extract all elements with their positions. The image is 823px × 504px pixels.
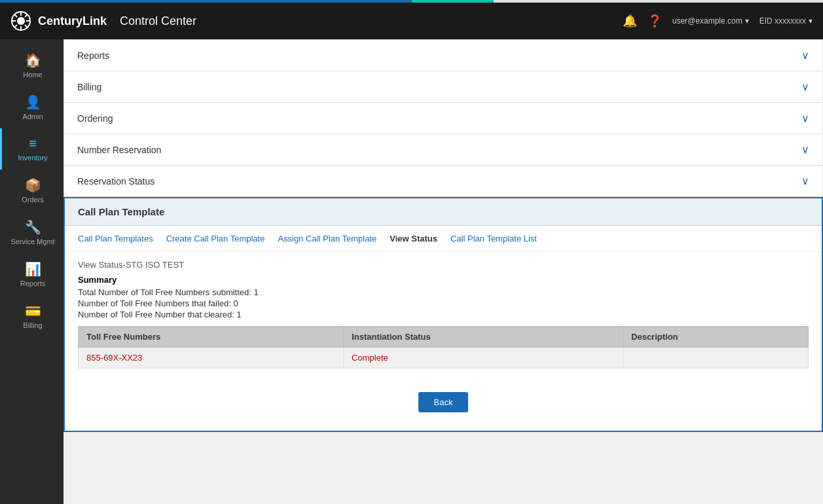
status-complete-badge: Complete <box>352 353 388 363</box>
back-button[interactable]: Back <box>418 392 469 412</box>
summary-section: Summary Total Number of Toll Free Number… <box>78 275 809 319</box>
sidebar-item-billing[interactable]: 💳 Billing <box>0 295 64 337</box>
col-toll-free-numbers: Toll Free Numbers <box>79 327 344 348</box>
sidebar-item-home-label: Home <box>23 71 42 79</box>
header-title: Control Center <box>120 14 196 28</box>
eid-dropdown-icon: ▾ <box>809 16 813 26</box>
reports-icon: 📊 <box>25 261 41 277</box>
accordion-billing-header[interactable]: Billing ∨ <box>64 71 822 102</box>
svg-line-7 <box>25 25 27 27</box>
call-plan-nav: Call Plan Templates Create Call Plan Tem… <box>65 226 822 252</box>
nav-assign-call-plan-template[interactable]: Assign Call Plan Template <box>278 234 376 243</box>
sidebar-item-reports-label: Reports <box>20 279 46 287</box>
accordion-ordering-header[interactable]: Ordering ∨ <box>64 103 822 134</box>
toll-free-number-link[interactable]: 855-69X-XX23 <box>86 353 142 363</box>
table-body: 855-69X-XX23 Complete <box>79 348 809 369</box>
table-header-row: Toll Free Numbers Instantiation Status D… <box>79 327 809 348</box>
accordion-reports: Reports ∨ <box>64 39 823 71</box>
summary-cleared: Number of Toll Free Number that cleared:… <box>78 310 809 319</box>
inventory-icon: ≡ <box>29 136 37 151</box>
sidebar-item-service-mgmt-label: Service Mgmt <box>10 238 54 245</box>
toll-free-numbers-table: Toll Free Numbers Instantiation Status D… <box>78 326 809 369</box>
main-layout: 🏠 Home 👤 Admin ≡ Inventory 📦 Orders 🔧 Se… <box>0 39 823 504</box>
accordion-billing: Billing ∨ <box>64 71 823 103</box>
accordion-number-reservation-chevron: ∨ <box>801 143 809 156</box>
nav-view-status: View Status <box>390 234 437 243</box>
header-right: 🔔 ❓ user@example.com ▾ EID xxxxxxxx ▾ <box>623 14 813 28</box>
sidebar-item-inventory-label: Inventory <box>18 154 47 162</box>
accordion-reports-header[interactable]: Reports ∨ <box>64 40 822 71</box>
accordion-number-reservation-header[interactable]: Number Reservation ∨ <box>64 134 822 165</box>
col-instantiation-status: Instantiation Status <box>344 327 623 348</box>
accordion-number-reservation-label: Number Reservation <box>77 145 161 155</box>
svg-line-9 <box>14 25 17 27</box>
svg-line-8 <box>25 14 27 17</box>
accordion-ordering-chevron: ∨ <box>801 112 809 124</box>
table-row: 855-69X-XX23 Complete <box>79 348 809 369</box>
centurylink-logo-icon <box>10 10 31 31</box>
sidebar-item-orders-label: Orders <box>22 196 44 204</box>
sidebar-item-service-mgmt[interactable]: 🔧 Service Mgmt <box>0 211 64 253</box>
summary-total: Total Number of Toll Free Numbers submit… <box>78 287 809 297</box>
cell-toll-free-number: 855-69X-XX23 <box>79 348 344 369</box>
view-status-title: View Status-STG ISO TEST <box>78 260 809 270</box>
summary-label: Summary <box>78 275 809 285</box>
logo-text: CenturyLink <box>38 14 107 28</box>
sidebar-item-reports[interactable]: 📊 Reports <box>0 253 64 295</box>
call-plan-section-header: Call Plan Template <box>65 198 822 226</box>
col-description: Description <box>623 327 809 348</box>
home-icon: 🏠 <box>25 52 41 68</box>
accordion-reports-label: Reports <box>77 50 109 61</box>
sidebar-item-billing-label: Billing <box>23 321 42 329</box>
service-mgmt-icon: 🔧 <box>25 219 41 235</box>
sidebar-item-inventory[interactable]: ≡ Inventory <box>0 128 64 170</box>
back-button-area: Back <box>78 382 809 423</box>
accordion-ordering: Ordering ∨ <box>64 103 823 134</box>
user-dropdown-icon: ▾ <box>745 16 749 26</box>
sidebar: 🏠 Home 👤 Admin ≡ Inventory 📦 Orders 🔧 Se… <box>0 39 64 504</box>
user-email: user@example.com <box>672 16 742 26</box>
content-area: Reports ∨ Billing ∨ Ordering ∨ Number Re… <box>64 39 823 504</box>
accordion-billing-chevron: ∨ <box>801 81 809 93</box>
svg-point-1 <box>17 17 25 25</box>
eid-menu[interactable]: EID xxxxxxxx ▾ <box>759 16 813 26</box>
call-plan-title: Call Plan Template <box>78 206 164 217</box>
nav-call-plan-templates[interactable]: Call Plan Templates <box>78 234 153 243</box>
accordion-ordering-label: Ordering <box>77 113 113 124</box>
help-icon[interactable]: ❓ <box>648 14 662 28</box>
sidebar-item-admin-label: Admin <box>22 113 43 120</box>
cell-description <box>623 348 809 369</box>
admin-icon: 👤 <box>25 94 41 110</box>
call-plan-section: Call Plan Template Call Plan Templates C… <box>64 197 823 432</box>
nav-create-call-plan-template[interactable]: Create Call Plan Template <box>166 234 265 243</box>
accordion-reports-chevron: ∨ <box>801 49 809 62</box>
accordion-reservation-status-header[interactable]: Reservation Status ∨ <box>64 166 822 196</box>
cell-instantiation-status: Complete <box>344 348 623 369</box>
accordion-reservation-status-label: Reservation Status <box>77 176 155 187</box>
nav-call-plan-template-list[interactable]: Call Plan Template List <box>450 234 537 243</box>
eid-value: EID xxxxxxxx <box>759 16 806 26</box>
svg-line-6 <box>14 14 17 17</box>
header: CenturyLink Control Center 🔔 ❓ user@exam… <box>0 3 823 39</box>
summary-failed: Number of Toll Free Numbers that failed:… <box>78 298 809 308</box>
sidebar-item-orders[interactable]: 📦 Orders <box>0 170 64 211</box>
user-menu[interactable]: user@example.com ▾ <box>672 16 749 26</box>
billing-icon: 💳 <box>25 303 41 319</box>
sidebar-item-home[interactable]: 🏠 Home <box>0 45 64 86</box>
accordion-number-reservation: Number Reservation ∨ <box>64 134 823 166</box>
logo: CenturyLink <box>10 10 107 31</box>
accordion-reservation-status: Reservation Status ∨ <box>64 166 823 197</box>
notification-icon[interactable]: 🔔 <box>623 14 637 28</box>
orders-icon: 📦 <box>25 177 41 193</box>
sidebar-item-admin[interactable]: 👤 Admin <box>0 86 64 128</box>
table-header: Toll Free Numbers Instantiation Status D… <box>79 327 809 348</box>
view-status-content: View Status-STG ISO TEST Summary Total N… <box>65 252 822 431</box>
accordion-reservation-status-chevron: ∨ <box>801 175 809 187</box>
accordion-billing-label: Billing <box>77 82 101 92</box>
